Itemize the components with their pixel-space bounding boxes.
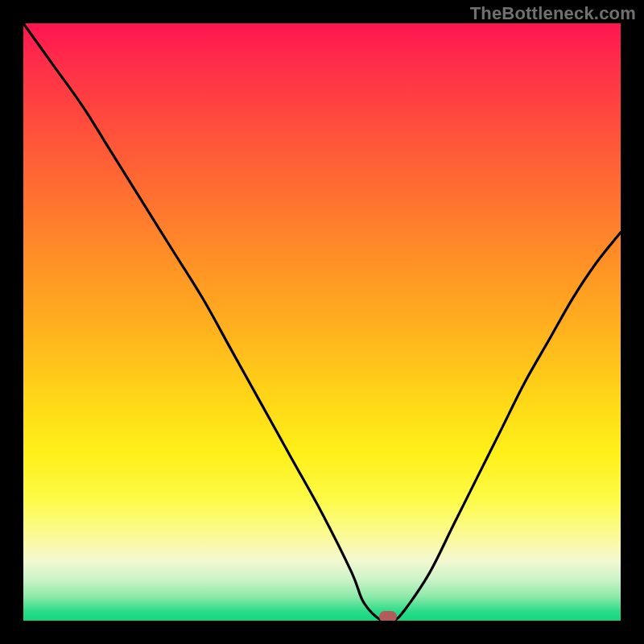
- chart-frame: TheBottleneck.com: [0, 0, 644, 644]
- plot-area: [23, 23, 621, 621]
- optimal-point-marker: [379, 611, 397, 621]
- bottleneck-curve: [23, 23, 621, 621]
- watermark-label: TheBottleneck.com: [470, 3, 636, 24]
